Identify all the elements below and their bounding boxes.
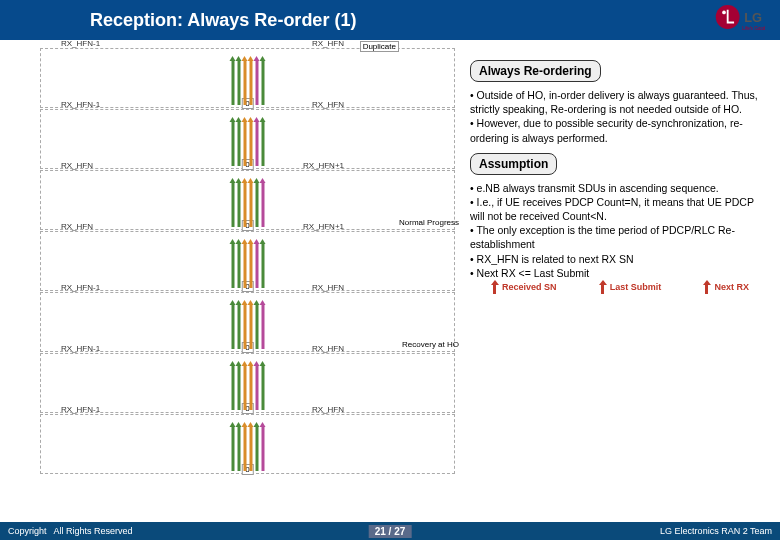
text-column: Always Re-ordering • Outside of HO, in-o… — [470, 60, 770, 288]
arrow-group — [231, 299, 264, 349]
legend: Received SN Last Submit Next RX — [470, 280, 770, 294]
label-left: RX_HFN-1 — [61, 405, 100, 414]
label-left: RX_HFN-1 — [61, 100, 100, 109]
arrow-icon — [255, 121, 258, 166]
arrow-icon — [261, 426, 264, 471]
label-left: RX_HFN — [61, 222, 93, 231]
arrow-icon — [261, 60, 264, 105]
arrow-icon — [249, 243, 252, 288]
arrow-group — [231, 238, 264, 288]
arrow-icon — [237, 60, 240, 105]
arrow-icon — [243, 426, 246, 471]
arrow-icon — [231, 365, 234, 410]
arrow-icon — [255, 365, 258, 410]
label-right: RX_HFN — [312, 100, 344, 109]
arrow-icon — [261, 243, 264, 288]
heading-assumption: Assumption — [470, 153, 557, 175]
slide-title: Reception: Always Re-order (1) — [90, 10, 356, 31]
arrow-icon — [255, 304, 258, 349]
arrow-icon — [243, 121, 246, 166]
header-bar: Reception: Always Re-order (1) — [0, 0, 780, 40]
arrow-icon — [231, 304, 234, 349]
label-right: RX_HFN+1 — [303, 222, 344, 231]
label-left: RX_HFN-1 — [61, 39, 100, 48]
arrow-icon — [255, 243, 258, 288]
timeline-row: RX_HFN-1RX_HFN0 — [40, 109, 455, 169]
bullets-2: • e.NB always transmit SDUs in ascending… — [470, 181, 770, 280]
arrow-icon — [231, 182, 234, 227]
arrow-icon — [243, 365, 246, 410]
arrow-icon — [231, 426, 234, 471]
diagram-column: RX_HFN-1RX_HFNDuplicate0RX_HFN-1RX_HFN0R… — [40, 48, 455, 522]
legend-received: Received SN — [491, 280, 557, 294]
duplicate-label: Duplicate — [360, 41, 399, 52]
arrow-icon — [231, 243, 234, 288]
arrow-icon — [261, 182, 264, 227]
arrow-icon — [243, 304, 246, 349]
bullets-1: • Outside of HO, in-order delivery is al… — [470, 88, 770, 145]
label-left: RX_HFN-1 — [61, 283, 100, 292]
arrow-icon — [255, 60, 258, 105]
svg-text:LG: LG — [744, 11, 762, 26]
arrow-group — [231, 421, 264, 471]
arrow-icon — [237, 182, 240, 227]
footer-team: LG Electronics RAN 2 Team — [660, 526, 772, 536]
arrow-group — [231, 177, 264, 227]
row-note: Recovery at HO — [402, 340, 459, 349]
arrow-icon — [249, 365, 252, 410]
footer-bar: Copyright All Rights Reserved 21 / 27 LG… — [0, 522, 780, 540]
label-right: RX_HFN — [312, 283, 344, 292]
label-left: RX_HFN — [61, 161, 93, 170]
timeline-row: RX_HFN-1RX_HFNRecovery at HO0 — [40, 292, 455, 352]
arrow-icon — [249, 182, 252, 227]
svg-point-1 — [722, 11, 726, 15]
arrow-icon — [237, 365, 240, 410]
label-right: RX_HFN+1 — [303, 161, 344, 170]
lg-logo: LGLife's Good — [713, 2, 768, 32]
arrow-icon — [237, 426, 240, 471]
arrow-icon — [255, 182, 258, 227]
arrow-icon — [249, 60, 252, 105]
label-left: RX_HFN-1 — [61, 344, 100, 353]
timeline-row: RX_HFN-1RX_HFNDuplicate0 — [40, 48, 455, 108]
arrow-group — [231, 360, 264, 410]
arrow-icon — [255, 426, 258, 471]
arrow-icon — [231, 60, 234, 105]
arrow-icon — [231, 121, 234, 166]
legend-last-submit: Last Submit — [599, 280, 662, 294]
timeline-row: RX_HFNRX_HFN+10 — [40, 231, 455, 291]
content-area: RX_HFN-1RX_HFNDuplicate0RX_HFN-1RX_HFN0R… — [0, 40, 780, 522]
footer-copyright: Copyright All Rights Reserved — [8, 526, 133, 536]
label-right: RX_HFN — [312, 39, 344, 48]
page-number: 21 / 27 — [369, 525, 412, 538]
svg-text:Life's Good: Life's Good — [742, 26, 765, 31]
arrow-icon — [249, 426, 252, 471]
timeline-row: RX_HFN-1RX_HFN0 — [40, 414, 455, 474]
arrow-icon — [261, 304, 264, 349]
arrow-group — [231, 116, 264, 166]
arrow-icon — [249, 304, 252, 349]
arrow-icon — [237, 243, 240, 288]
label-right: RX_HFN — [312, 405, 344, 414]
arrow-icon — [237, 304, 240, 349]
arrow-group — [231, 55, 264, 105]
arrow-icon — [243, 182, 246, 227]
heading-reorder: Always Re-ordering — [470, 60, 601, 82]
label-right: RX_HFN — [312, 344, 344, 353]
arrow-icon — [243, 60, 246, 105]
arrow-icon — [237, 121, 240, 166]
legend-next-rx: Next RX — [703, 280, 749, 294]
arrow-icon — [243, 243, 246, 288]
row-note: Normal Progress — [399, 218, 459, 227]
arrow-icon — [261, 121, 264, 166]
timeline-row: RX_HFNRX_HFN+1Normal Progress0 — [40, 170, 455, 230]
arrow-icon — [261, 365, 264, 410]
timeline-row: RX_HFN-1RX_HFN0 — [40, 353, 455, 413]
arrow-icon — [249, 121, 252, 166]
